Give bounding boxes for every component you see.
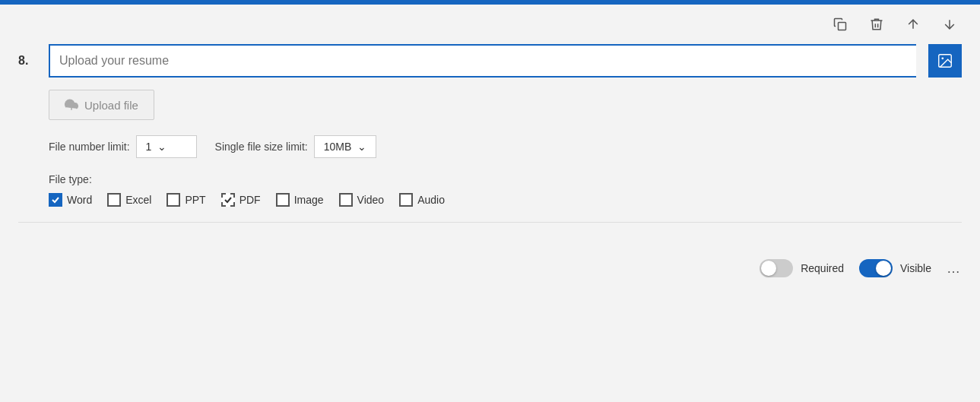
file-size-value: 10MB [324,141,352,153]
file-type-item[interactable]: Audio [399,193,445,207]
checkbox-image[interactable] [276,193,290,207]
checkbox-pdf[interactable] [221,193,235,207]
checkbox-video[interactable] [339,193,353,207]
upload-icon [65,98,78,112]
file-limits: File number limit: 1 ⌄ Single file size … [49,135,962,158]
svg-point-4 [941,57,944,59]
file-size-label: Single file size limit: [215,141,308,153]
file-number-limit-group: File number limit: 1 ⌄ [49,135,197,158]
upload-file-button[interactable]: Upload file [49,90,154,120]
file-type-item[interactable]: Video [339,193,385,207]
file-type-item[interactable]: Excel [107,193,151,207]
file-type-label-excel: Excel [125,194,151,206]
file-type-item[interactable]: PPT [167,193,205,207]
file-number-select[interactable]: 1 ⌄ [136,135,197,158]
file-type-label-ppt: PPT [185,194,205,206]
visible-toggle-group: Visible [859,259,931,277]
file-number-label: File number limit: [49,141,130,153]
file-type-label-video: Video [357,194,385,206]
main-content: 8. Upload file File number limit: 1 ⌄ [0,44,980,250]
visible-toggle-thumb [876,261,891,276]
delete-icon[interactable] [864,12,889,36]
image-icon-button[interactable] [928,44,962,78]
file-type-item[interactable]: PDF [221,193,261,207]
visible-label: Visible [900,262,931,274]
file-number-value: 1 [146,141,152,153]
file-size-chevron-icon: ⌄ [357,141,366,153]
file-type-label: File type: [49,173,962,185]
file-size-select[interactable]: 10MB ⌄ [314,135,377,158]
footer-bar: Required Visible … [0,250,980,286]
file-type-label-audio: Audio [417,194,445,206]
file-size-limit-group: Single file size limit: 10MB ⌄ [215,135,377,158]
svg-rect-0 [839,23,846,30]
checkbox-excel[interactable] [107,193,121,207]
checkbox-audio[interactable] [399,193,413,207]
question-row: 8. [18,44,962,78]
upload-section: Upload file [49,90,962,120]
more-options-button[interactable]: … [947,261,962,277]
visible-toggle[interactable] [859,259,893,277]
copy-icon[interactable] [828,12,852,36]
required-toggle-group: Required [760,259,844,277]
file-type-item[interactable]: Image [276,193,324,207]
toolbar [0,5,980,44]
checkbox-ppt[interactable] [167,193,180,207]
required-toggle[interactable] [760,259,793,277]
upload-button-label: Upload file [84,99,138,112]
move-down-icon[interactable] [937,12,962,36]
question-input[interactable] [49,44,916,78]
file-type-label-pdf: PDF [239,194,261,206]
required-label: Required [801,262,844,274]
file-type-label-word: Word [67,194,92,206]
required-toggle-thumb [761,261,776,276]
file-type-options: WordExcelPPTPDFImageVideoAudio [49,193,962,207]
file-type-item[interactable]: Word [49,193,92,207]
more-options-icon: … [947,261,962,276]
move-up-icon[interactable] [901,12,925,36]
divider [18,222,962,223]
file-type-section: File type: WordExcelPPTPDFImageVideoAudi… [49,173,962,207]
checkbox-word[interactable] [49,193,62,207]
file-number-chevron-icon: ⌄ [157,141,167,153]
question-number: 8. [18,54,36,68]
file-type-label-image: Image [294,194,324,206]
